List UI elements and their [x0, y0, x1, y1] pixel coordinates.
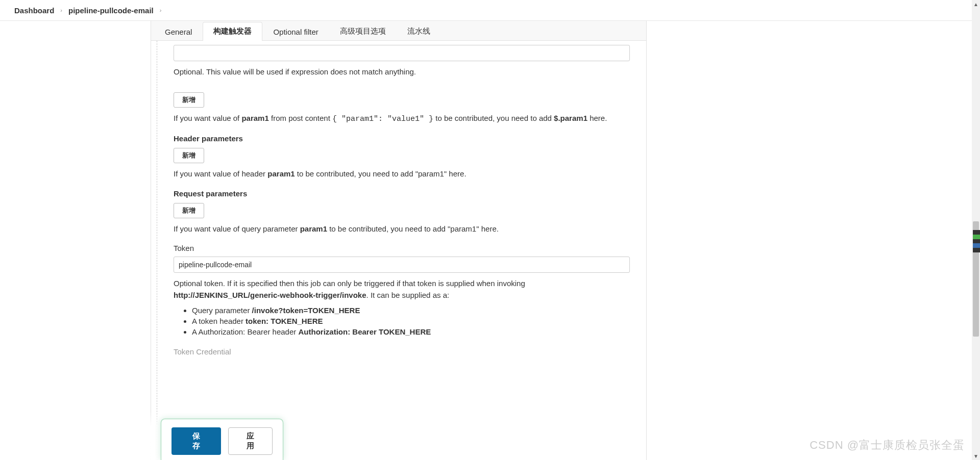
breadcrumb: Dashboard › pipeline-pullcode-email ›	[0, 0, 980, 21]
section-gutter-line	[157, 41, 157, 460]
edge-indicator-icon	[973, 230, 980, 252]
request-parameters-help: If you want value of query parameter par…	[174, 223, 630, 235]
header-parameters-help: If you want value of header param1 to be…	[174, 168, 630, 180]
list-item: A token header token: TOKEN_HERE	[192, 317, 630, 325]
tab-build-triggers[interactable]: 构建触发器	[203, 22, 262, 41]
config-panel: General 构建触发器 Optional filter 高级项目选项 流水线…	[151, 21, 647, 460]
token-help: Optional token. If it is specified then …	[174, 278, 630, 301]
watermark-text: CSDN @富士康质检员张全蛋	[810, 438, 965, 453]
breadcrumb-item-job[interactable]: pipeline-pullcode-email	[68, 6, 154, 15]
add-post-param-button[interactable]: 新增	[174, 92, 204, 108]
apply-button[interactable]: 应用	[228, 427, 273, 455]
tab-advanced-options[interactable]: 高级项目选项	[329, 22, 397, 41]
tab-optional-filter[interactable]: Optional filter	[262, 23, 329, 41]
scroll-down-icon[interactable]: ▼	[972, 452, 980, 460]
config-content: Optional. This value will be used if exp…	[151, 41, 646, 460]
scroll-up-icon[interactable]: ▲	[972, 0, 980, 8]
add-request-param-button[interactable]: 新增	[174, 203, 204, 218]
token-supply-list: Query parameter /invoke?token=TOKEN_HERE…	[174, 306, 630, 336]
footer-actions: 保存 应用	[151, 412, 283, 460]
tab-pipeline[interactable]: 流水线	[397, 22, 441, 41]
chevron-right-icon: ›	[60, 7, 62, 13]
list-item: A Authorization: Bearer header Authoriza…	[192, 327, 630, 336]
request-parameters-label: Request parameters	[174, 189, 630, 198]
token-credential-label: Token Credential	[174, 347, 630, 356]
post-content-help: If you want value of param1 from post co…	[174, 113, 630, 125]
token-input[interactable]	[174, 257, 630, 273]
optional-expression-input[interactable]	[174, 45, 630, 61]
token-label: Token	[174, 244, 630, 252]
header-parameters-label: Header parameters	[174, 134, 630, 143]
add-header-param-button[interactable]: 新增	[174, 148, 204, 163]
optional-expression-help: Optional. This value will be used if exp…	[174, 66, 630, 78]
tab-general[interactable]: General	[154, 23, 203, 41]
chevron-right-icon: ›	[160, 7, 162, 13]
breadcrumb-item-dashboard[interactable]: Dashboard	[14, 6, 54, 15]
list-item: Query parameter /invoke?token=TOKEN_HERE	[192, 306, 630, 315]
save-button[interactable]: 保存	[172, 427, 221, 455]
config-tabs: General 构建触发器 Optional filter 高级项目选项 流水线	[151, 21, 646, 41]
